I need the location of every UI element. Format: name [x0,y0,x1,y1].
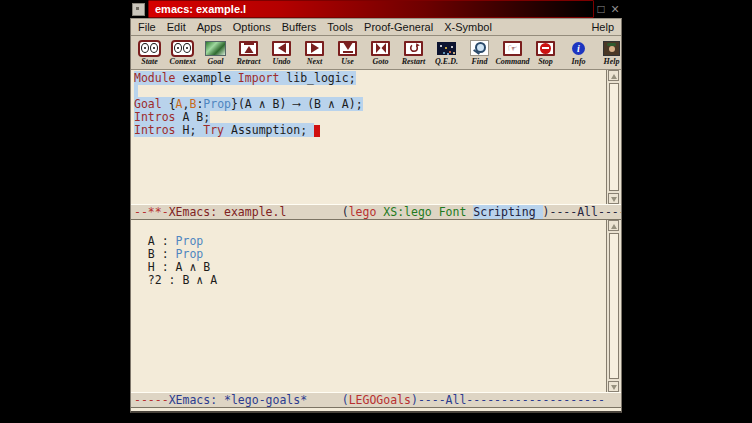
toolbar-button-label: Goto [373,58,389,66]
modeline-segment: LEGOGoals [349,393,411,407]
modeline-segment: )----All-------------------- [411,393,605,407]
undo-arrow-icon [272,41,291,56]
toolbar-button-restart[interactable]: Restart [397,37,430,68]
script-text: Module example Import lib_logic;Goal {A,… [134,72,604,137]
toolbar-button-undo[interactable]: Undo [265,37,298,68]
toolbar-button-label: State [141,58,157,66]
scroll-up-icon[interactable] [608,70,619,81]
menu-item-buffers[interactable]: Buffers [282,21,317,33]
scrollbar-thumb[interactable] [609,233,619,379]
eyes-icon [138,40,161,57]
toolbar-icon-slot [470,40,489,57]
toolbar-button-help[interactable]: Help [595,37,628,68]
toolbar-button-state[interactable]: State [133,37,166,68]
text-segment: { [162,97,176,111]
scroll-down-icon[interactable] [608,381,619,392]
magnifier-icon [470,40,489,56]
qed-stars-icon [437,42,456,55]
text-segment: Prop [176,234,204,248]
text-segment: H; [176,123,204,137]
menu-item-file[interactable]: File [138,21,156,33]
retract-arrow-icon [239,41,258,56]
toolbar-button-label: Info [571,58,585,66]
script-buffer[interactable]: Module example Import lib_logic;Goal {A,… [131,70,621,204]
text-segment: lib_logic; [279,71,355,85]
text-segment: Intros [134,123,176,137]
title-bar[interactable]: emacs: example.l [148,0,594,18]
toolbar-button-label: Use [341,58,353,66]
buffer-line: Intros H; Try Assumption; [134,124,604,137]
modeline-segment [432,205,439,219]
menu-item-tools[interactable]: Tools [327,21,353,33]
toolbar-icon-slot [338,40,357,57]
restart-cycle-icon [404,41,423,56]
pointing-hand-icon: ☞ [503,41,522,56]
toolbar-icon-slot [239,40,258,57]
menu-item-options[interactable]: Options [233,21,271,33]
toolbar-button-label: Goal [208,58,224,66]
text-segment: Assumption; [224,123,314,137]
text-segment: Prop [203,97,231,111]
scrollbar-goals[interactable] [606,220,621,392]
text-segment: A [176,97,183,111]
xemacs-window: emacs: example.l □ × FileEditAppsOptions… [130,0,622,413]
buffer-line [134,222,604,235]
toolbar: StateContextGoalRetractUndoNextUseGotoRe… [131,36,621,70]
maximize-button[interactable]: □ [594,1,608,17]
toolbar-button-label: Q.E.D. [435,58,458,66]
text-segment: Intros [134,110,176,124]
toolbar-button-info[interactable]: iInfo [562,37,595,68]
modeline-segment: XS:lego [383,205,431,219]
buffer-line: ?2 : B ∧ A [134,274,604,287]
modeline-segment: ----- [134,393,169,407]
close-button[interactable]: × [608,1,622,17]
toolbar-button-label: Context [170,58,196,66]
toolbar-button-use[interactable]: Use [331,37,364,68]
window-title: emacs: example.l [155,3,246,15]
menu-item-x-symbol[interactable]: X-Symbol [444,21,492,33]
scrollbar-script[interactable] [606,70,621,204]
toolbar-button-label: Find [471,58,487,66]
toolbar-icon-slot [371,40,390,57]
toolbar-icon-slot: i [572,40,585,57]
toolbar-button-command[interactable]: ☞Command [496,37,529,68]
modeline-segment: --**- [134,205,169,219]
text-segment: example [176,71,238,85]
text-segment: Try [203,123,224,137]
goals-text: A : Prop B : Prop H : A ∧ B ?2 : B ∧ A [134,222,604,287]
text-segment: H : A ∧ B [134,260,210,274]
toolbar-button-label: Next [307,58,323,66]
toolbar-button-label: Restart [402,58,426,66]
window-body: FileEditAppsOptionsBuffersToolsProof-Gen… [130,18,622,413]
text-segment: B : [134,247,176,261]
modeline-segment: XEmacs: *lego-goals* [169,393,307,407]
toolbar-button-context[interactable]: Context [166,37,199,68]
goals-buffer[interactable]: A : Prop B : Prop H : A ∧ B ?2 : B ∧ A [131,220,621,392]
toolbar-button-qed[interactable]: Q.E.D. [430,37,463,68]
toolbar-icon-slot [437,40,456,57]
scroll-up-icon[interactable] [608,220,619,231]
stop-sign-icon [536,41,555,56]
toolbar-button-retract[interactable]: Retract [232,37,265,68]
scroll-down-icon[interactable] [608,193,619,204]
toolbar-icon-slot [138,40,161,57]
menu-item-edit[interactable]: Edit [167,21,186,33]
toolbar-button-stop[interactable]: Stop [529,37,562,68]
toolbar-button-label: Retract [237,58,261,66]
toolbar-button-goal[interactable]: Goal [199,37,232,68]
menu-item-apps[interactable]: Apps [197,21,222,33]
next-arrow-icon [305,41,324,56]
toolbar-button-goto[interactable]: Goto [364,37,397,68]
toolbar-button-label: Undo [272,58,290,66]
scrollbar-thumb[interactable] [609,83,619,191]
window-menu-button[interactable] [132,3,145,16]
buffer-line: A : Prop [134,235,604,248]
toolbar-button-find[interactable]: Find [463,37,496,68]
text-segment: ?2 : B ∧ A [134,273,217,287]
menu-item-help[interactable]: Help [591,21,614,33]
text-segment: Module [134,71,176,85]
menu-item-proof-general[interactable]: Proof-General [364,21,433,33]
minibuffer[interactable] [131,408,621,411]
toolbar-button-next[interactable]: Next [298,37,331,68]
text-segment: }(A ∧ B) ⟶ (B ∧ A); [231,97,363,111]
